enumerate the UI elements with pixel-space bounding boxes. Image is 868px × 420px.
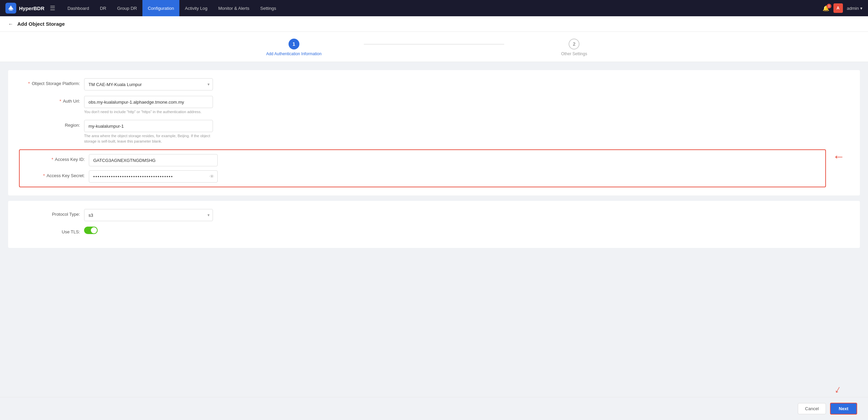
auth-url-row: * Auth Url: You don't need to include "h… bbox=[19, 96, 849, 114]
auth-info-card: * Object Storage Platform: TM CAE-MY-Kua… bbox=[8, 70, 860, 195]
access-keys-highlight-box: * Access Key ID: * Access Key Secret: bbox=[19, 149, 826, 187]
access-key-id-field bbox=[89, 154, 218, 166]
step-1: 1 Add Authentication Information bbox=[224, 39, 364, 56]
user-avatar: A bbox=[833, 3, 843, 13]
step-2-label: Other Settings bbox=[561, 51, 587, 56]
cancel-button[interactable]: Cancel bbox=[798, 403, 826, 414]
notification-bell[interactable]: 🔔 3 bbox=[823, 5, 829, 12]
use-tls-label: Use TLS: bbox=[19, 227, 80, 234]
tls-toggle[interactable] bbox=[84, 227, 98, 234]
nav-configuration[interactable]: Configuration bbox=[142, 0, 179, 16]
nav-menu: Dashboard DR Group DR Configuration Acti… bbox=[62, 0, 823, 16]
access-key-id-row: * Access Key ID: bbox=[20, 154, 825, 166]
step-connector bbox=[364, 44, 504, 44]
password-eye-icon[interactable]: 👁 bbox=[210, 174, 214, 179]
use-tls-row: Use TLS: bbox=[19, 227, 849, 234]
platform-required-star: * bbox=[28, 81, 30, 86]
tls-toggle-wrapper bbox=[84, 227, 213, 234]
region-label: Region: bbox=[19, 120, 80, 128]
action-bar: Cancel Next bbox=[0, 397, 868, 420]
platform-label: * Object Storage Platform: bbox=[19, 78, 80, 86]
next-button[interactable]: Next bbox=[830, 403, 857, 415]
red-arrow-indicator: ← bbox=[833, 149, 845, 164]
platform-field: TM CAE-MY-Kuala Lumpur bbox=[84, 78, 213, 90]
protocol-select-wrapper: s3 bbox=[84, 209, 213, 221]
step-1-circle: 1 bbox=[289, 39, 299, 49]
protocol-type-row: Protocol Type: s3 bbox=[19, 209, 849, 221]
user-menu[interactable]: admin ▾ bbox=[847, 6, 863, 11]
nav-dashboard[interactable]: Dashboard bbox=[62, 0, 95, 16]
stepper: 1 Add Authentication Information 2 Other… bbox=[0, 32, 868, 62]
auth-url-label: * Auth Url: bbox=[19, 96, 80, 104]
nav-dr[interactable]: DR bbox=[95, 0, 112, 16]
access-key-secret-required-star: * bbox=[43, 173, 45, 178]
content-area: * Object Storage Platform: TM CAE-MY-Kua… bbox=[0, 62, 868, 420]
platform-select[interactable]: TM CAE-MY-Kuala Lumpur bbox=[84, 78, 213, 90]
protocol-type-field: s3 bbox=[84, 209, 213, 221]
access-key-id-input[interactable] bbox=[89, 154, 218, 166]
auth-url-required-star: * bbox=[59, 99, 61, 104]
app-logo[interactable]: HyperBDR bbox=[5, 3, 44, 14]
back-button[interactable]: ← bbox=[8, 21, 13, 27]
nav-monitor-alerts[interactable]: Monitor & Alerts bbox=[213, 0, 255, 16]
step-2-circle: 2 bbox=[569, 39, 579, 49]
region-field: The area where the object storage reside… bbox=[84, 120, 213, 144]
access-key-id-required-star: * bbox=[52, 157, 53, 162]
nav-settings[interactable]: Settings bbox=[255, 0, 282, 16]
access-keys-section: * Access Key ID: * Access Key Secret: bbox=[19, 149, 849, 187]
password-wrapper: 👁 bbox=[89, 170, 218, 183]
nav-right-section: 🔔 3 A admin ▾ bbox=[823, 3, 863, 13]
auth-url-input[interactable] bbox=[84, 96, 213, 108]
region-hint: The area where the object storage reside… bbox=[84, 133, 213, 144]
platform-select-wrapper: TM CAE-MY-Kuala Lumpur bbox=[84, 78, 213, 90]
notification-badge: 3 bbox=[827, 4, 831, 8]
region-row: Region: The area where the object storag… bbox=[19, 120, 849, 144]
user-dropdown-icon: ▾ bbox=[860, 6, 863, 11]
nav-activity-log[interactable]: Activity Log bbox=[179, 0, 213, 16]
protocol-type-label: Protocol Type: bbox=[19, 209, 80, 217]
access-key-secret-label: * Access Key Secret: bbox=[24, 170, 85, 178]
access-key-secret-row: * Access Key Secret: 👁 bbox=[20, 170, 825, 183]
app-name: HyperBDR bbox=[19, 5, 44, 11]
auth-url-hint: You don't need to include "http" or "htt… bbox=[84, 109, 213, 114]
access-key-secret-input[interactable] bbox=[89, 170, 218, 183]
use-tls-field bbox=[84, 227, 213, 234]
protocol-type-select[interactable]: s3 bbox=[84, 209, 213, 221]
user-label: admin bbox=[847, 6, 859, 11]
step-1-label: Add Authentication Information bbox=[266, 51, 321, 56]
protocol-card: Protocol Type: s3 Use TLS: bbox=[8, 201, 860, 248]
subheader: ← Add Object Storage bbox=[0, 16, 868, 32]
platform-row: * Object Storage Platform: TM CAE-MY-Kua… bbox=[19, 78, 849, 90]
auth-url-field: You don't need to include "http" or "htt… bbox=[84, 96, 213, 114]
red-arrow-side: ← bbox=[826, 149, 849, 164]
page-title: Add Object Storage bbox=[17, 21, 65, 27]
step-2: 2 Other Settings bbox=[504, 39, 644, 56]
nav-group-dr[interactable]: Group DR bbox=[112, 0, 142, 16]
hamburger-menu[interactable]: ☰ bbox=[50, 4, 55, 12]
logo-icon bbox=[5, 3, 16, 14]
access-key-id-label: * Access Key ID: bbox=[24, 154, 85, 162]
access-key-secret-field: 👁 bbox=[89, 170, 218, 183]
top-navigation: HyperBDR ☰ Dashboard DR Group DR Configu… bbox=[0, 0, 868, 16]
region-input[interactable] bbox=[84, 120, 213, 132]
